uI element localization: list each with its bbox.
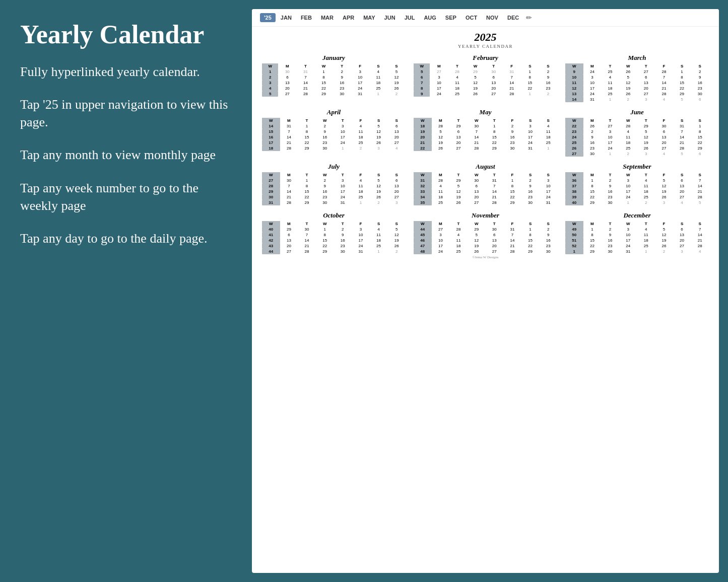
week-27j[interactable]: 27 [262, 178, 280, 183]
week-13[interactable]: 13 [565, 91, 583, 97]
week-7[interactable]: 7 [414, 80, 430, 86]
week-33[interactable]: 33 [414, 189, 432, 194]
week-24[interactable]: 24 [565, 134, 583, 140]
week-42[interactable]: 42 [262, 238, 280, 243]
month-february: February WMTWTFSS 5272829303112 63456789… [414, 54, 557, 102]
week-4[interactable]: 4 [262, 86, 278, 91]
week-12[interactable]: 12 [565, 86, 583, 91]
week-25[interactable]: 25 [565, 140, 583, 146]
month-april: April WMTWTFSS 1431123456 1578910111213 … [262, 108, 406, 157]
week-1-next[interactable]: 1 [565, 249, 583, 254]
week-40[interactable]: 40 [565, 200, 583, 205]
nav-mar[interactable]: MAR [317, 13, 338, 22]
month-november: November WMTWTFSS 44272829303112 4534567… [414, 211, 557, 254]
week-27[interactable]: 27 [565, 151, 583, 157]
week-28[interactable]: 28 [262, 183, 280, 189]
week-31a[interactable]: 31 [414, 178, 432, 183]
nav-year-btn[interactable]: '25 [260, 13, 276, 22]
week-21[interactable]: 21 [414, 140, 432, 146]
week-26[interactable]: 26 [565, 146, 583, 151]
month-name-november[interactable]: November [414, 211, 557, 220]
nav-jun[interactable]: JUN [380, 13, 400, 22]
week-35[interactable]: 35 [414, 200, 432, 205]
week-1[interactable]: 1 [262, 69, 278, 75]
week-14[interactable]: 14 [565, 97, 583, 102]
desc-4: Tap any week number to go to the weekly … [20, 179, 232, 214]
week-5b[interactable]: 5 [414, 69, 430, 75]
month-september: September WMTWTFSS 361234567 37891011121… [565, 163, 709, 205]
nav-jul[interactable]: JUL [401, 13, 419, 22]
calendar-year: 2025 [262, 31, 709, 44]
week-5[interactable]: 5 [262, 91, 278, 97]
nav-sep[interactable]: SEP [441, 13, 460, 22]
week-49[interactable]: 49 [565, 227, 583, 232]
week-31[interactable]: 31 [262, 200, 280, 205]
week-19[interactable]: 19 [414, 129, 432, 134]
week-48[interactable]: 48 [414, 249, 432, 254]
week-46[interactable]: 46 [414, 238, 432, 243]
month-name-june[interactable]: June [565, 108, 709, 116]
month-name-march[interactable]: March [565, 54, 709, 62]
nav-apr[interactable]: APR [339, 13, 358, 22]
week-15[interactable]: 15 [262, 129, 280, 134]
nav-oct[interactable]: OCT [461, 13, 481, 22]
nav-dec[interactable]: DEC [503, 13, 523, 22]
week-47[interactable]: 47 [414, 243, 432, 249]
week-30[interactable]: 30 [262, 194, 280, 200]
edit-icon[interactable]: ✏ [526, 14, 532, 22]
week-11[interactable]: 11 [565, 80, 583, 86]
week-45[interactable]: 45 [414, 232, 432, 238]
nav-jan[interactable]: JAN [277, 13, 296, 22]
month-march: March WMTWTFSS 9242526272812 103456789 1… [565, 54, 709, 102]
week-2[interactable]: 2 [262, 75, 278, 80]
month-july: July WMTWTFSS 2730123456 2878910111213 2… [262, 163, 406, 205]
week-14a[interactable]: 14 [262, 123, 280, 129]
week-22[interactable]: 22 [414, 146, 432, 151]
month-january: January WMTWTFSS 1303112345 26789101112 … [262, 54, 406, 102]
week-23[interactable]: 23 [565, 129, 583, 134]
week-43[interactable]: 43 [262, 243, 280, 249]
week-50[interactable]: 50 [565, 232, 583, 238]
week-44n[interactable]: 44 [414, 227, 432, 232]
week-20[interactable]: 20 [414, 134, 432, 140]
nav-may[interactable]: MAY [359, 13, 379, 22]
week-41[interactable]: 41 [262, 232, 280, 238]
month-name-december[interactable]: December [565, 211, 709, 220]
week-3[interactable]: 3 [262, 80, 278, 86]
week-18[interactable]: 18 [262, 146, 280, 151]
week-44[interactable]: 44 [262, 249, 280, 254]
month-name-april[interactable]: April [262, 108, 406, 116]
month-name-july[interactable]: July [262, 163, 406, 171]
month-name-february[interactable]: February [414, 54, 557, 62]
top-nav: '25 JAN FEB MAR APR MAY JUN JUL AUG SEP … [252, 9, 719, 27]
week-17[interactable]: 17 [262, 140, 280, 146]
week-22j[interactable]: 22 [565, 123, 583, 129]
week-32[interactable]: 32 [414, 183, 432, 189]
week-36[interactable]: 36 [565, 178, 583, 183]
week-39[interactable]: 39 [565, 194, 583, 200]
month-name-september[interactable]: September [565, 163, 709, 171]
week-29[interactable]: 29 [262, 189, 280, 194]
week-16[interactable]: 16 [262, 134, 280, 140]
month-name-january[interactable]: January [262, 54, 406, 62]
month-name-october[interactable]: October [262, 211, 406, 220]
months-grid: January WMTWTFSS 1303112345 26789101112 … [262, 54, 709, 254]
week-8[interactable]: 8 [414, 86, 430, 91]
week-34[interactable]: 34 [414, 194, 432, 200]
week-9m[interactable]: 9 [565, 69, 583, 75]
week-51[interactable]: 51 [565, 238, 583, 243]
week-9[interactable]: 9 [414, 91, 430, 97]
month-name-august[interactable]: August [414, 163, 557, 171]
week-40o[interactable]: 40 [262, 227, 280, 232]
week-10[interactable]: 10 [565, 75, 583, 80]
week-6[interactable]: 6 [414, 75, 430, 80]
nav-nov[interactable]: NOV [482, 13, 502, 22]
week-37[interactable]: 37 [565, 183, 583, 189]
week-18m[interactable]: 18 [414, 123, 432, 129]
nav-aug[interactable]: AUG [420, 13, 440, 22]
week-38[interactable]: 38 [565, 189, 583, 194]
nav-feb[interactable]: FEB [297, 13, 316, 22]
month-name-may[interactable]: May [414, 108, 557, 116]
week-52[interactable]: 52 [565, 243, 583, 249]
month-october: October WMTWTFSS 40293012345 41678910111… [262, 211, 406, 254]
